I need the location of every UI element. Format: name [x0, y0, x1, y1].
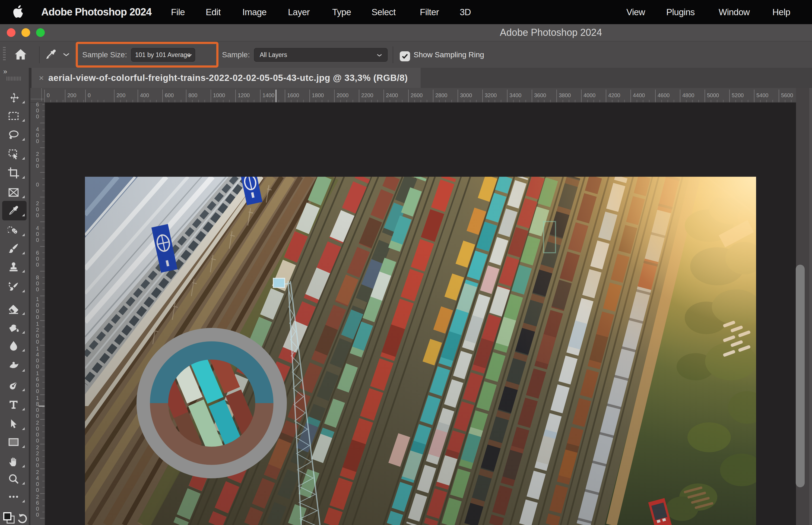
svg-text:4000: 4000 [583, 92, 596, 98]
svg-text:4200: 4200 [608, 92, 621, 98]
svg-text:0: 0 [36, 462, 39, 468]
svg-text:1: 1 [36, 321, 39, 327]
svg-text:0: 0 [88, 92, 91, 98]
svg-text:0: 0 [36, 339, 39, 345]
svg-text:1: 1 [36, 395, 39, 401]
svg-text:4600: 4600 [658, 92, 670, 98]
svg-text:2: 2 [36, 445, 39, 450]
svg-text:2: 2 [36, 327, 39, 333]
svg-text:0: 0 [36, 114, 39, 119]
svg-text:1600: 1600 [287, 92, 299, 98]
svg-text:2: 2 [36, 151, 39, 157]
svg-text:0: 0 [36, 302, 39, 308]
svg-text:0: 0 [36, 487, 39, 493]
svg-text:0: 0 [36, 382, 39, 388]
svg-text:2: 2 [36, 200, 39, 206]
svg-text:0: 0 [36, 438, 39, 444]
svg-text:2400: 2400 [386, 92, 398, 98]
svg-text:600: 600 [165, 92, 174, 98]
svg-text:2: 2 [36, 494, 39, 500]
svg-text:4: 4 [36, 351, 39, 358]
svg-text:0: 0 [36, 231, 39, 237]
svg-text:0: 0 [36, 163, 39, 169]
svg-text:200: 200 [117, 92, 125, 98]
svg-text:3600: 3600 [534, 92, 546, 98]
svg-text:0: 0 [36, 132, 39, 138]
svg-text:0: 0 [36, 237, 39, 243]
svg-text:0: 0 [36, 506, 39, 512]
svg-text:0: 0 [36, 407, 39, 413]
svg-text:0: 0 [36, 481, 39, 487]
svg-text:0: 0 [36, 182, 39, 188]
svg-text:200: 200 [67, 92, 76, 98]
svg-text:0: 0 [36, 308, 39, 314]
svg-text:0: 0 [36, 432, 39, 438]
svg-text:0: 0 [36, 388, 39, 394]
svg-text:0: 0 [36, 426, 39, 432]
svg-text:4: 4 [36, 225, 39, 231]
svg-text:2: 2 [36, 450, 39, 456]
svg-text:0: 0 [36, 413, 39, 419]
svg-text:0: 0 [36, 314, 39, 320]
svg-text:0: 0 [36, 256, 39, 262]
svg-text:0: 0 [47, 92, 50, 98]
svg-text:0: 0 [36, 262, 39, 268]
svg-text:1800: 1800 [312, 92, 324, 98]
svg-text:800: 800 [188, 92, 197, 98]
svg-text:3400: 3400 [509, 92, 522, 98]
svg-text:0: 0 [36, 157, 39, 163]
svg-text:1: 1 [36, 296, 39, 302]
svg-text:5600: 5600 [781, 92, 793, 98]
svg-text:5200: 5200 [732, 92, 744, 98]
svg-text:5400: 5400 [756, 92, 769, 98]
svg-text:0: 0 [36, 456, 39, 462]
svg-text:0: 0 [36, 281, 39, 286]
svg-text:2: 2 [36, 469, 39, 475]
svg-text:2000: 2000 [337, 92, 349, 98]
svg-text:0: 0 [36, 363, 39, 370]
svg-text:3000: 3000 [460, 92, 472, 98]
svg-text:2600: 2600 [411, 92, 423, 98]
svg-text:400: 400 [140, 92, 149, 98]
svg-text:6: 6 [36, 500, 39, 506]
svg-text:3800: 3800 [559, 92, 571, 98]
svg-text:1200: 1200 [238, 92, 250, 98]
svg-text:0: 0 [36, 206, 39, 212]
svg-text:4: 4 [36, 126, 39, 132]
svg-text:4800: 4800 [682, 92, 694, 98]
svg-text:0: 0 [36, 138, 39, 144]
svg-text:1000: 1000 [213, 92, 225, 98]
svg-text:0: 0 [36, 212, 39, 218]
svg-text:3200: 3200 [485, 92, 497, 98]
svg-text:0: 0 [36, 286, 39, 292]
svg-text:2: 2 [36, 420, 39, 426]
svg-text:1: 1 [36, 346, 39, 351]
svg-text:2200: 2200 [361, 92, 373, 98]
svg-text:1: 1 [36, 370, 39, 376]
svg-text:2800: 2800 [435, 92, 447, 98]
svg-text:5000: 5000 [707, 92, 719, 98]
svg-text:8: 8 [36, 401, 39, 407]
svg-text:0: 0 [36, 333, 39, 339]
svg-text:8: 8 [36, 274, 39, 281]
svg-text:4: 4 [36, 475, 39, 481]
svg-text:6: 6 [36, 250, 39, 256]
svg-text:0: 0 [36, 107, 39, 114]
svg-text:0: 0 [36, 358, 39, 363]
svg-text:4400: 4400 [633, 92, 645, 98]
svg-text:1400: 1400 [262, 92, 275, 98]
svg-text:6: 6 [36, 376, 39, 382]
svg-text:0: 0 [36, 512, 39, 518]
